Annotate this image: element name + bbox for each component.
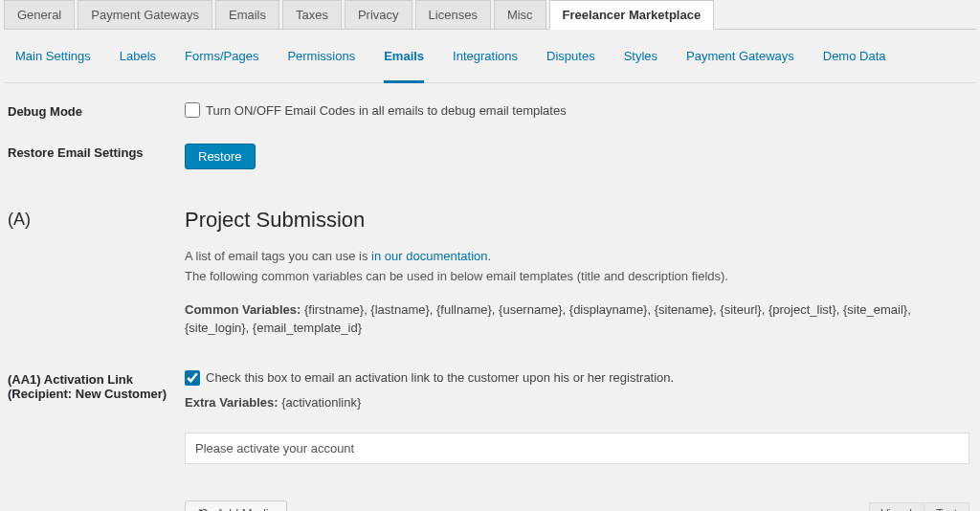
add-media-label: Add Media [216, 506, 276, 511]
subtab-demo-data[interactable]: Demo Data [823, 49, 886, 73]
aa1-checkbox[interactable] [185, 370, 200, 386]
subtab-payment-gateways[interactable]: Payment Gateways [686, 49, 794, 73]
aa1-label-line1: (AA1) Activation Link [8, 372, 133, 387]
tab-payment-gateways[interactable]: Payment Gateways [78, 0, 212, 29]
editor-toolbar-row: Add Media Visual Text [185, 500, 969, 511]
subtab-styles[interactable]: Styles [624, 49, 657, 73]
top-tabs: General Payment Gateways Emails Taxes Pr… [4, 0, 976, 30]
media-icon [196, 506, 212, 511]
subtab-permissions[interactable]: Permissions [287, 49, 355, 73]
debug-mode-field[interactable]: Turn ON/OFF Email Codes in all emails to… [185, 102, 972, 118]
aa1-label-line2: (Recipient: New Customer) [8, 387, 167, 401]
extra-vars-label: Extra Variables: [185, 395, 278, 410]
subtab-main-settings[interactable]: Main Settings [15, 49, 91, 73]
aa1-field[interactable]: Check this box to email an activation li… [185, 370, 972, 386]
common-variables-line: Common Variables: {firstname}, {lastname… [185, 300, 972, 338]
desc-line2: The following common variables can be us… [185, 269, 728, 283]
restore-button[interactable]: Restore [185, 144, 256, 169]
subtab-integrations[interactable]: Integrations [453, 49, 518, 73]
row-section-a: (A) Project Submission A list of email t… [8, 208, 972, 338]
row-aa1: (AA1) Activation Link (Recipient: New Cu… [8, 370, 972, 511]
desc-prefix: A list of email tags you can use is [185, 249, 371, 263]
restore-email-label: Restore Email Settings [8, 144, 185, 160]
common-vars-label: Common Variables: [185, 302, 301, 317]
editor-tab-text[interactable]: Text [924, 502, 969, 511]
add-media-button[interactable]: Add Media [185, 500, 287, 511]
aa1-checkbox-label: Check this box to email an activation li… [206, 370, 674, 385]
row-restore-email: Restore Email Settings Restore [8, 144, 972, 169]
desc-suffix: . [488, 249, 492, 263]
section-a-marker: (A) [8, 208, 185, 230]
subtab-labels[interactable]: Labels [120, 49, 156, 73]
row-debug-mode: Debug Mode Turn ON/OFF Email Codes in al… [8, 102, 972, 119]
debug-mode-label: Debug Mode [8, 102, 185, 119]
tab-freelancer-marketplace[interactable]: Freelancer Marketplace [549, 0, 715, 30]
documentation-link[interactable]: in our documentation [371, 249, 487, 263]
editor-tabs: Visual Text [869, 502, 969, 511]
section-a-desc: A list of email tags you can use is in o… [185, 247, 972, 287]
debug-mode-checkbox-label: Turn ON/OFF Email Codes in all emails to… [206, 103, 567, 118]
settings-content: Debug Mode Turn ON/OFF Email Codes in al… [4, 83, 976, 511]
tab-emails[interactable]: Emails [215, 0, 279, 29]
subtab-forms-pages[interactable]: Forms/Pages [185, 49, 258, 73]
subtab-emails[interactable]: Emails [384, 49, 424, 83]
editor-tab-visual[interactable]: Visual [869, 502, 924, 511]
subtab-disputes[interactable]: Disputes [546, 49, 595, 73]
section-a-title: Project Submission [185, 208, 972, 233]
aa1-label: (AA1) Activation Link (Recipient: New Cu… [8, 370, 185, 401]
tab-privacy[interactable]: Privacy [345, 0, 412, 29]
aa1-extra-vars: Extra Variables: {activationlink} [185, 395, 972, 410]
tab-taxes[interactable]: Taxes [282, 0, 342, 29]
debug-mode-checkbox[interactable] [185, 102, 200, 118]
tab-licenses[interactable]: Licenses [415, 0, 491, 29]
sub-tabs: Main Settings Labels Forms/Pages Permiss… [4, 30, 976, 83]
tab-misc[interactable]: Misc [494, 0, 546, 29]
tab-general[interactable]: General [4, 0, 75, 29]
extra-vars-list: {activationlink} [281, 395, 361, 410]
aa1-title-input[interactable] [185, 433, 969, 464]
